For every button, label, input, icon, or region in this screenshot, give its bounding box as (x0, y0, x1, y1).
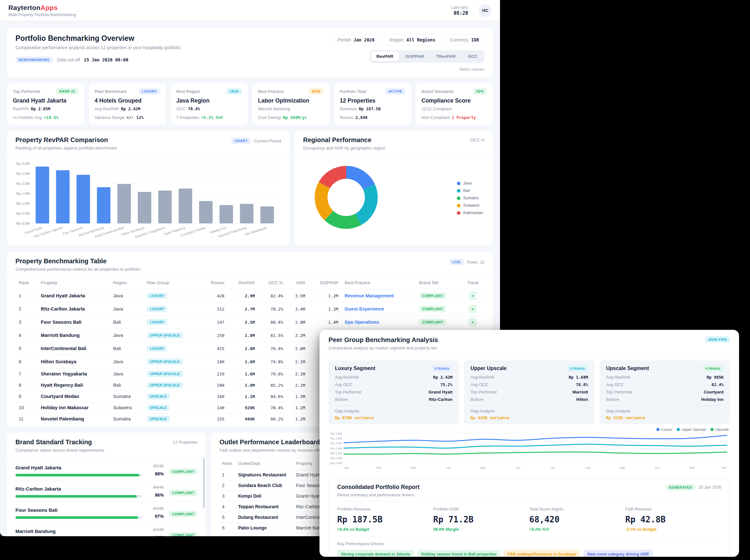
cell-rooms: 288 (201, 380, 228, 391)
report-card: Consolidated Portfolio Report GENERATED … (329, 478, 730, 557)
avatar[interactable]: HC (479, 4, 492, 17)
brand-std-badge: COMPLIANT (419, 319, 446, 325)
segment-metric-row: BottomHilton (470, 397, 588, 402)
kpi-card-head: Peer BenchmarkLUXURY (95, 88, 160, 95)
cell-peer-group: UPSCALE (143, 391, 201, 402)
kpi-title: 4 Hotels Grouped (95, 98, 160, 104)
cell-region: Java (110, 303, 143, 316)
col-header-occ-: OCC % (258, 276, 287, 289)
brand-pct: 94% (147, 535, 164, 536)
gap-label: Gap Analysis (606, 409, 724, 413)
cell-region: Sulawesi (110, 402, 143, 413)
outlet-col-outlet-dept: Outlet/Dept (236, 457, 293, 470)
cell-occ: 78.2% (258, 303, 287, 316)
brand-tracking-row: Ritz-Carlton Jakarta44/4696%COMPLIANT (16, 481, 198, 502)
brand-tracking-row: Four Seasons Bali44/4697%COMPLIANT (16, 502, 198, 523)
revpar-chart-subtitle: Ranking of all properties against portfo… (16, 146, 118, 150)
peer-group-badge: LUXURY (147, 319, 167, 325)
scrollbar-thumb[interactable] (203, 458, 205, 509)
brand-count: 12 Properties (173, 440, 198, 444)
live-badge: LIVE (449, 259, 464, 265)
chart-badge: CHART (231, 138, 251, 144)
selector-value: All Regions (407, 37, 435, 42)
segment-metric-row: Avg RevPARRp 1.68M (470, 375, 588, 380)
cell-rank: 7 (16, 368, 38, 380)
kpi-detail-value: Rp 2.42M (121, 106, 140, 111)
metric-tab-occ[interactable]: OCC (462, 51, 483, 61)
benchmarking-badge: BENCHMARKING (16, 57, 53, 63)
col-header-best-practice: Best Practice (341, 276, 416, 289)
brand-titles: Brand Standard Tracking Compliance statu… (16, 438, 105, 453)
svg-text:Mar: Mar (411, 466, 416, 469)
segment-metric-label: Bottom (606, 397, 619, 402)
kpi-detail-value: 78.4% (188, 106, 200, 111)
trend-legend-label: Luxury (661, 428, 672, 431)
kpi-badge: JAVA (226, 88, 242, 95)
brand-property-name: Marriott Bandung (16, 528, 142, 534)
donut-chart-svg (309, 160, 383, 235)
report-metric-label: Total Room Nights (529, 506, 626, 512)
metric-tab-revpar[interactable]: RevPAR (371, 51, 399, 61)
cell-occ: 82.4% (258, 289, 287, 303)
cell-property: Marriott Bandung (38, 329, 110, 342)
regional-donut-chart (309, 160, 383, 236)
app-logo: RaytertonApps (8, 4, 76, 12)
segment-title: Luxury Segment (335, 366, 375, 371)
brand-list: Grand Hyatt Jakarta45/4698%COMPLIANTRitz… (7, 457, 206, 536)
kpi-highlight-line: Variance Range: +/- 12% (95, 115, 160, 120)
cell-property: Holiday Inn Makassar (38, 402, 110, 413)
charts-row: Property RevPAR Comparison Ranking of al… (7, 130, 493, 246)
brand-row-scores: 44/4696% (147, 485, 164, 498)
rows-count: Rows: 12 (467, 260, 485, 265)
revpar-bar-chart: Rp 0.0MRp 0.5MRp 1.0MRp 1.5MRp 2.0MRp 2.… (7, 155, 290, 246)
selector-currency[interactable]: CurrencyIDR (445, 34, 485, 46)
trend-chart-svg: Rp 0.0MRp 0.5MRp 1.0MRp 1.5MRp 2.0MRp 2.… (329, 431, 730, 474)
report-metric-delta: +8.4% vs Budget (337, 527, 433, 532)
metric-tab-trevpar[interactable]: TRevPAR (430, 51, 461, 61)
segment-metric-row: Top PerformerCourtyard (606, 390, 724, 394)
brand-std-badge: COMPLIANT (419, 293, 446, 299)
table-row: 3Four Seasons BaliBaliLUXURY1472.5M88.6%… (16, 316, 485, 329)
cell-region: Java (110, 368, 143, 380)
best-practice-link[interactable]: Revenue Management (344, 293, 394, 298)
kpi-highlight-label: Variance Range: (95, 115, 127, 120)
segment-hotel-count-badge: 4 Hotels (431, 365, 452, 372)
col-header-rank: Rank (16, 276, 38, 289)
cell-goppar: 1.4M (309, 316, 342, 329)
drivers-label: Key Performance Drivers (337, 541, 722, 546)
panel-titles: Peer Group Benchmarking Analysis Compara… (329, 336, 438, 350)
cell-rooms: 250 (201, 329, 228, 342)
peer-group-badge: UPSCALE (147, 416, 170, 422)
report-subtitle: Period summary and performance drivers. (337, 493, 722, 502)
bar-4 (97, 187, 110, 223)
selector-period[interactable]: PeriodJan 2026 (332, 34, 380, 46)
svg-text:Rp 2.0M: Rp 2.0M (16, 182, 29, 186)
legend-swatch-icon (677, 428, 680, 431)
metric-tab-goppar[interactable]: GOPPAR (400, 51, 430, 61)
segment-metric-row: BottomRitz-Carlton (335, 397, 452, 402)
kpi-highlight-value: +/- 12% (127, 115, 144, 120)
regional-legend: JavaBaliSumatraSulawesiKalimantan (457, 181, 483, 215)
compliance-badge: COMPLIANT (169, 469, 198, 475)
legend-label: Java (463, 181, 471, 186)
kpi-highlight-label: Non-Compliant: (421, 115, 452, 120)
selector-region[interactable]: RegionAll Regions (384, 34, 441, 46)
col-header-brand-std: Brand Std (416, 276, 461, 289)
driver-chip: Strong corporate demand in Jakarta (337, 550, 414, 557)
best-practice-link[interactable]: Spa Operations (344, 319, 379, 325)
cell-adr: 1.3M (287, 391, 309, 402)
kpi-label: Peer Benchmark (95, 89, 127, 94)
report-metric: Portfolio GOPRp 71.2B38.0% Margin (433, 506, 530, 532)
svg-text:Feb: Feb (376, 466, 381, 469)
segment-metric-row: Avg OCC78.8% (470, 382, 588, 387)
kpi-highlight-line: vs Portfolio Avg: +18.5% (13, 115, 79, 120)
cell-revpar: 1.6M (228, 368, 258, 380)
cell-peer-group: LUXURY (143, 342, 201, 355)
cutoff-label: Data cut-off (57, 57, 80, 62)
regional-corner-label: OCC % (470, 138, 485, 142)
trend-legend-upper-upscale: Upper Upscale (677, 428, 706, 431)
best-practice-link[interactable]: Guest Experience (344, 306, 384, 311)
svg-text:Rp 2.0M: Rp 2.0M (331, 441, 342, 445)
svg-text:Dec: Dec (722, 466, 727, 469)
chart-badge-note: Current Period (254, 139, 281, 143)
